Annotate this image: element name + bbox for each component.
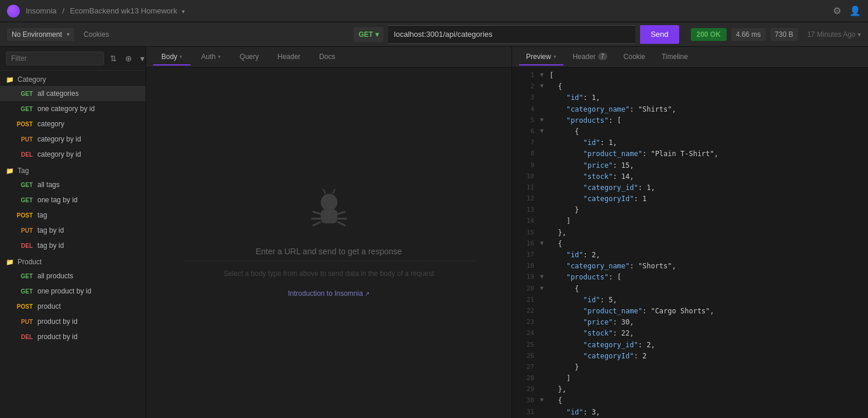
group-product[interactable]: 📁 Product (0, 253, 146, 268)
svg-line-8 (323, 189, 325, 194)
sidebar-item-del-product[interactable]: DEL product by id (0, 329, 146, 344)
tab-body[interactable]: Body ▾ (153, 49, 191, 65)
req-body-subtitle: Select a body type from above to send da… (223, 270, 434, 278)
tab-timeline[interactable]: Timeline (655, 49, 695, 65)
line-toggle (540, 295, 547, 306)
tab-header[interactable]: Header (269, 49, 309, 65)
line-content: "category_name": "Shirts", (549, 104, 676, 115)
method-badge-get: GET (14, 182, 33, 188)
method-badge-del: DEL (14, 243, 33, 249)
tab-docs[interactable]: Docs (311, 49, 343, 65)
line-toggle[interactable]: ▼ (540, 126, 547, 137)
body-tab-chevron: ▾ (179, 54, 182, 60)
tab-auth[interactable]: Auth ▾ (193, 49, 229, 65)
line-number: 6 (517, 126, 534, 137)
sidebar-item-post-product[interactable]: POST product (0, 299, 146, 314)
line-number: 18 (517, 261, 534, 272)
line-content: [ (549, 70, 554, 81)
json-line: 6▼ { (512, 126, 868, 137)
line-number: 15 (517, 227, 534, 239)
method-selector[interactable]: GET ▾ (354, 27, 383, 42)
sidebar-item-put-tag[interactable]: PUT tag by id (0, 223, 146, 238)
line-toggle (540, 182, 547, 194)
status-badge: 200 OK (691, 28, 727, 41)
method-badge-get: GET (14, 106, 33, 112)
line-number: 27 (517, 362, 534, 373)
method-badge-get: GET (14, 91, 33, 97)
resp-tabs: Preview ▾ Header 7 Cookie Timeline (512, 47, 868, 68)
method-badge-post: POST (14, 212, 33, 219)
send-button[interactable]: Send (640, 25, 679, 44)
line-content: { (549, 239, 562, 250)
sidebar-item-post-category[interactable]: POST category (0, 116, 146, 132)
json-line: 10 "stock": 14, (512, 171, 868, 182)
sidebar-item-all-tags[interactable]: GET all tags (0, 177, 146, 192)
line-toggle (540, 216, 547, 227)
line-toggle (540, 261, 547, 272)
sidebar-item-put-product[interactable]: PUT product by id (0, 314, 146, 329)
line-toggle[interactable]: ▼ (540, 284, 547, 295)
url-input[interactable] (388, 25, 635, 44)
tab-resp-header[interactable]: Header 7 (566, 49, 614, 65)
json-line: 21 "id": 5, (512, 295, 868, 306)
line-number: 4 (517, 104, 534, 115)
json-viewer[interactable]: 1▼[2▼ {3 "id": 1,4 "category_name": "Shi… (512, 68, 868, 418)
tab-cookie[interactable]: Cookie (617, 49, 652, 65)
line-content: }, (549, 227, 566, 239)
response-area: Preview ▾ Header 7 Cookie Timeline 1▼[2▼… (511, 47, 868, 418)
toolbar: No Environment ▾ Cookies GET ▾ Send 200 … (0, 22, 868, 47)
line-toggle[interactable]: ▼ (540, 81, 547, 92)
group-category[interactable]: 📁 Category (0, 71, 146, 86)
add-chevron[interactable]: ▾ (138, 53, 146, 64)
sidebar-item-all-products[interactable]: GET all products (0, 268, 146, 284)
line-content: ] (549, 216, 570, 227)
settings-button[interactable]: ⚙ (833, 5, 841, 16)
group-tag[interactable]: 📁 Tag (0, 162, 146, 177)
user-button[interactable]: 👤 (849, 5, 861, 16)
sort-button[interactable]: ⇅ (108, 53, 119, 64)
intro-link[interactable]: Introduction to Insomnia ↗ (288, 289, 369, 298)
project-chevron[interactable]: ▾ (182, 8, 185, 15)
sidebar-item-del-tag[interactable]: DEL tag by id (0, 238, 146, 253)
method-badge-get: GET (14, 197, 33, 203)
line-toggle[interactable]: ▼ (540, 70, 547, 81)
line-toggle (540, 407, 547, 418)
line-number: 23 (517, 317, 534, 328)
json-line: 16▼ { (512, 239, 868, 250)
line-number: 29 (517, 384, 534, 395)
svg-line-5 (337, 212, 345, 214)
sidebar-item-del-category[interactable]: DEL category by id (0, 147, 146, 162)
size-badge: 730 B (770, 28, 798, 41)
req-tabs: Body ▾ Auth ▾ Query Header Docs (146, 47, 511, 68)
line-content: "category_name": "Shorts", (549, 261, 676, 272)
sidebar-item-all-categories[interactable]: GET all categories (0, 86, 146, 101)
line-toggle[interactable]: ▼ (540, 395, 547, 406)
svg-line-4 (313, 222, 321, 226)
tab-preview[interactable]: Preview ▾ (519, 49, 563, 65)
line-number: 5 (517, 115, 534, 126)
add-button[interactable]: ⊕ (123, 53, 134, 64)
line-content: "products": [ (549, 272, 621, 283)
filter-input[interactable] (6, 51, 104, 65)
line-content: "products": [ (549, 115, 621, 126)
line-content: { (549, 81, 562, 92)
sidebar-item-one-product[interactable]: GET one product by id (0, 284, 146, 299)
sidebar-item-one-tag[interactable]: GET one tag by id (0, 192, 146, 208)
line-number: 30 (517, 395, 534, 406)
sidebar-item-post-tag[interactable]: POST tag (0, 208, 146, 223)
env-selector[interactable]: No Environment ▾ (7, 28, 74, 41)
line-toggle[interactable]: ▼ (540, 115, 547, 126)
preview-chevron: ▾ (554, 54, 556, 60)
json-line: 24 "stock": 22, (512, 328, 868, 339)
line-number: 25 (517, 340, 534, 351)
method-badge-put: PUT (14, 136, 33, 143)
line-toggle[interactable]: ▼ (540, 239, 547, 250)
line-toggle (540, 92, 547, 103)
line-toggle[interactable]: ▼ (540, 272, 547, 283)
cookies-button[interactable]: Cookies (84, 30, 109, 39)
sidebar-item-one-category[interactable]: GET one category by id (0, 101, 146, 116)
main-layout: ⇅ ⊕ ▾ 📁 Category GET all categories GET … (0, 47, 868, 418)
json-line: 3 "id": 1, (512, 92, 868, 103)
tab-query[interactable]: Query (231, 49, 267, 65)
sidebar-item-put-category[interactable]: PUT category by id (0, 132, 146, 147)
